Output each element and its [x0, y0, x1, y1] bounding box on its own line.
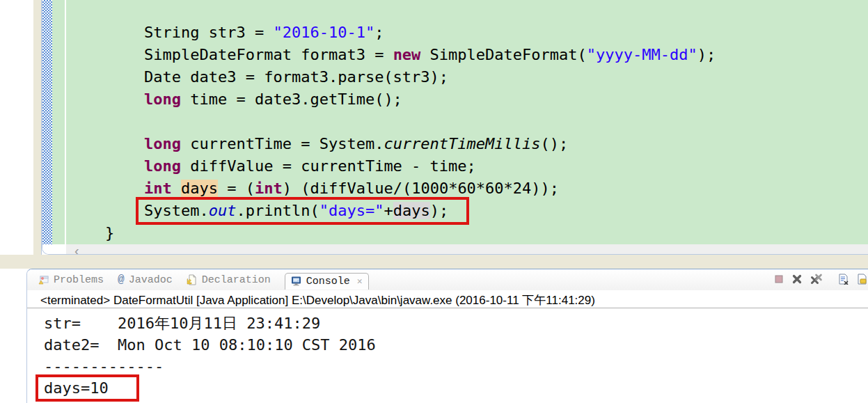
- code-line: SimpleDateFormat format3 = new SimpleDat…: [66, 44, 868, 66]
- console-output-line: str= 2016年10月11日 23:41:29: [44, 313, 868, 334]
- code-line: Date date3 = format3.parse(str3);: [66, 66, 868, 88]
- code-line: long currentTime = System.currentTimeMil…: [66, 133, 868, 155]
- window-chrome-band: [0, 255, 868, 269]
- horizontal-scrollbar[interactable]: ‹: [66, 244, 868, 255]
- code-line: System.out.println("days="+days);: [66, 200, 868, 222]
- console-output[interactable]: str= 2016年10月11日 23:41:29date2= Mon Oct …: [27, 308, 868, 399]
- tab-declaration[interactable]: Declaration: [187, 274, 271, 286]
- console-icon: [291, 276, 302, 287]
- code-line: long time = date3.getTime();: [66, 88, 868, 111]
- tab-label: Declaration: [202, 274, 271, 286]
- tab-label: Console: [306, 276, 350, 287]
- console-output-line: days=10: [44, 377, 868, 399]
- code-line: String str3 = "2016-10-1";: [66, 22, 868, 44]
- terminate-button[interactable]: [774, 274, 784, 284]
- console-toolbar: [774, 273, 868, 285]
- code-line: }: [66, 222, 868, 244]
- declaration-icon: [187, 274, 198, 285]
- remove-launch-button[interactable]: [791, 274, 803, 285]
- tab-problems[interactable]: Problems: [38, 274, 104, 286]
- console-status-line: <terminated> DateFormatUtil [Java Applic…: [27, 290, 868, 308]
- editor-pane: String str3 = "2016-10-1";SimpleDateForm…: [42, 0, 868, 255]
- red-highlight-annotation: days=10: [35, 374, 139, 402]
- window-chrome-strip: [33, 0, 42, 255]
- close-icon[interactable]: ✕: [357, 276, 363, 287]
- console-output-line: -------------: [44, 356, 868, 377]
- scroll-lock-button[interactable]: [857, 274, 868, 285]
- tab-javadoc[interactable]: @Javadoc: [118, 274, 173, 286]
- scroll-left-icon[interactable]: ‹: [74, 243, 79, 255]
- clear-console-button[interactable]: [838, 274, 849, 285]
- tab-console[interactable]: Console✕: [285, 273, 369, 290]
- console-output-line: date2= Mon Oct 10 08:10:10 CST 2016: [44, 334, 868, 356]
- javadoc-icon: @: [118, 274, 125, 286]
- code-line: long diffValue = currentTime - time;: [66, 155, 868, 177]
- remove-all-terminated-button[interactable]: [810, 274, 823, 285]
- console-tab-bar: Problems@JavadocDeclarationConsole✕: [27, 269, 868, 290]
- code-area[interactable]: String str3 = "2016-10-1";SimpleDateForm…: [65, 0, 868, 244]
- editor-annotation-gutter[interactable]: [52, 0, 65, 244]
- tab-label: Problems: [54, 274, 104, 286]
- editor-scroll-corner: [42, 244, 66, 255]
- problems-icon: [38, 274, 49, 285]
- console-pane: Problems@JavadocDeclarationConsole✕ <ter…: [26, 269, 868, 403]
- red-highlight-annotation: System.out.println("days="+days);: [136, 197, 469, 225]
- code-line: [66, 111, 868, 133]
- tab-label: Javadoc: [129, 274, 173, 286]
- editor-range-indicator-gutter[interactable]: [42, 0, 52, 244]
